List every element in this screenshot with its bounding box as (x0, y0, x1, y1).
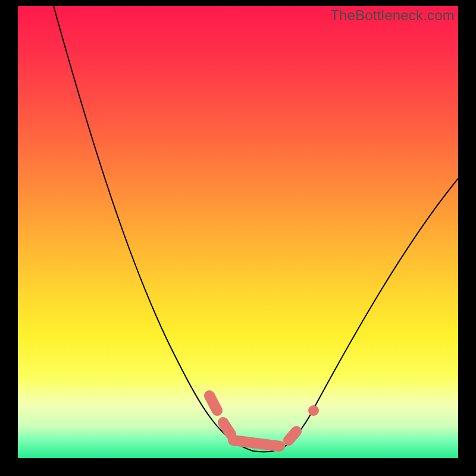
chart-frame: TheBottleneck.com (0, 0, 476, 476)
plot-area (18, 6, 458, 458)
valley-markers (209, 396, 296, 446)
bottleneck-curve (54, 6, 458, 452)
watermark-text: TheBottleneck.com (330, 7, 455, 24)
curve-svg (18, 6, 458, 458)
valley-marker-dot (308, 405, 319, 416)
